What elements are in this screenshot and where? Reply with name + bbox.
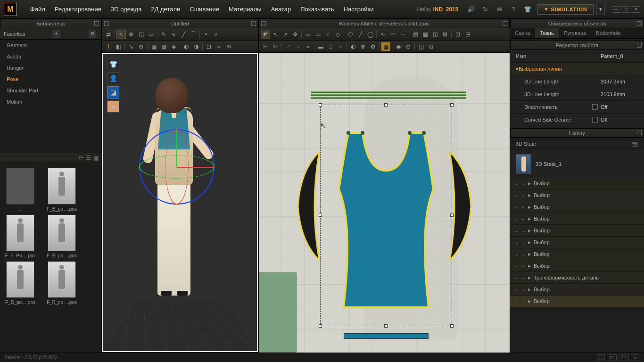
window-minimize[interactable]: — bbox=[612, 6, 620, 13]
library-thumb[interactable]: F_B_po….pos bbox=[45, 214, 78, 258]
help-icon[interactable]: ? bbox=[508, 4, 519, 15]
tool-box-icon[interactable]: ▭ bbox=[146, 30, 156, 39]
tool-line-icon[interactable]: ╱ bbox=[179, 30, 188, 39]
2d-circle-icon[interactable]: ○ bbox=[323, 30, 332, 39]
2d-button-icon[interactable]: ◉ bbox=[394, 42, 403, 51]
library-thumb[interactable]: F_B_po….pos bbox=[45, 168, 78, 212]
window-maximize[interactable]: □ bbox=[622, 6, 630, 13]
menu-avatar[interactable]: Аватар bbox=[266, 6, 296, 13]
view-mode-all[interactable]: ⛶ bbox=[596, 354, 605, 361]
2d-sewing1-icon[interactable]: ⟋ bbox=[283, 42, 293, 51]
checkbox-icon[interactable] bbox=[592, 104, 598, 110]
reset-icon[interactable]: ⟲ bbox=[224, 42, 233, 51]
2d-layer2-icon[interactable]: ▩ bbox=[421, 30, 430, 39]
library-thumb[interactable]: F_B_po….pos bbox=[45, 261, 78, 305]
view-mode-2d[interactable]: 2D bbox=[619, 354, 629, 361]
library-item-shoulder-pad[interactable]: Shoulder Pad bbox=[0, 85, 101, 96]
2d-edit-curve-icon[interactable]: ↗ bbox=[281, 30, 290, 39]
library-item-motion[interactable]: Motion bbox=[0, 96, 101, 107]
2d-buttonhole-icon[interactable]: ⊖ bbox=[404, 42, 413, 51]
history-item[interactable]: ⌄⌄▶Выбор bbox=[510, 237, 644, 248]
2d-texture-icon[interactable]: ◐ bbox=[348, 42, 358, 51]
menu-2d-details[interactable]: 2Д детали bbox=[146, 6, 185, 13]
notification-icon[interactable]: ✉ bbox=[494, 4, 505, 15]
simulation-button[interactable]: ▼SIMULATION bbox=[537, 4, 594, 15]
2d-cut-icon[interactable]: ✄ bbox=[271, 42, 280, 51]
2d-graphic-icon[interactable]: ✿ bbox=[368, 42, 378, 51]
2d-iron-icon[interactable]: ▬ bbox=[316, 42, 325, 51]
2d-ref2-icon[interactable]: ⊟ bbox=[463, 30, 472, 39]
window-close[interactable]: ✕ bbox=[632, 6, 640, 13]
tool-lasso-icon[interactable]: ◫ bbox=[136, 30, 146, 39]
2d-rectangle-icon[interactable]: ▭ bbox=[313, 30, 322, 39]
display-skin-icon[interactable]: ● bbox=[107, 100, 119, 113]
prop-name[interactable]: ИмяPattern_0 bbox=[510, 50, 644, 63]
history-item[interactable]: ⌄⌄▶Выбор bbox=[510, 260, 644, 272]
strain-icon[interactable]: ◑ bbox=[191, 42, 201, 51]
history-item[interactable]: ⌄⌄▶Выбор bbox=[510, 225, 644, 237]
menu-materials[interactable]: Материалы bbox=[224, 6, 266, 13]
list-view-icon[interactable]: ☰ bbox=[86, 155, 91, 161]
menu-3d-garment[interactable]: 3D одежда bbox=[106, 6, 146, 13]
history-item[interactable]: ⌄⌄▶Выбор bbox=[510, 284, 644, 296]
library-item-garment[interactable]: Garment bbox=[0, 40, 101, 51]
2d-fold-icon[interactable]: ⎃ bbox=[336, 42, 345, 51]
tool-pen-icon[interactable]: ✎ bbox=[159, 30, 168, 39]
2d-print-icon[interactable]: ❀ bbox=[358, 42, 368, 51]
2d-free-seam-icon[interactable]: 〰 bbox=[388, 30, 397, 39]
2d-select-icon[interactable]: ◤ bbox=[261, 30, 270, 39]
library-item-avatar[interactable]: Avatar bbox=[0, 51, 101, 62]
tool-curve-icon[interactable]: ∿ bbox=[169, 30, 178, 39]
checkbox-icon[interactable] bbox=[592, 117, 598, 123]
2d-polygon-icon[interactable]: ▱ bbox=[303, 30, 313, 39]
history-item[interactable]: ⌄⌄▶Трансформировать деталь bbox=[510, 272, 644, 284]
tool-pin-icon[interactable]: • bbox=[201, 30, 211, 39]
2d-viewport[interactable]: ↖ bbox=[259, 53, 510, 353]
arrange-point-icon[interactable]: ↘ bbox=[126, 42, 136, 51]
tool-select-icon[interactable]: ↖ bbox=[116, 30, 126, 39]
prop-section-selected-line[interactable]: Выбранная линия bbox=[510, 63, 644, 75]
2d-sewing2-icon[interactable]: ⟍ bbox=[293, 42, 303, 51]
pattern-tank-front[interactable] bbox=[334, 128, 438, 317]
prop-elasticity[interactable]: ЭластичностьOff bbox=[510, 101, 644, 114]
fit-icon[interactable]: ⊡ bbox=[204, 42, 214, 51]
3d-state-item[interactable]: 3D State_1 bbox=[510, 150, 644, 178]
tool-move-icon[interactable]: ✥ bbox=[126, 30, 136, 39]
2d-layer1-icon[interactable]: ▦ bbox=[411, 30, 420, 39]
thick-icon[interactable]: ◈ bbox=[169, 42, 178, 51]
2d-layer4-icon[interactable]: ⊞ bbox=[440, 30, 450, 39]
tab-buttonhole[interactable]: Buttonhole bbox=[591, 28, 626, 38]
prop-curved-side[interactable]: Curved Side GeomeOff bbox=[510, 114, 644, 126]
history-item[interactable]: ⌄⌄▶Выбор bbox=[510, 296, 644, 307]
2d-notch-icon[interactable]: ⊢ bbox=[398, 30, 407, 39]
2d-trace-icon[interactable]: ✂ bbox=[261, 42, 270, 51]
texture-icon[interactable]: ▦ bbox=[149, 42, 158, 51]
2d-sym1-icon[interactable]: ◫ bbox=[416, 42, 426, 51]
3d-viewport[interactable]: 👕 👤 ◪ ● bbox=[102, 53, 258, 352]
shirt-icon[interactable]: 👕 bbox=[522, 4, 533, 15]
wind-icon[interactable]: ≈ bbox=[214, 42, 223, 51]
sound-icon[interactable]: 🔊 bbox=[465, 4, 477, 15]
display-garment-icon[interactable]: 👕 bbox=[107, 58, 119, 70]
history-item[interactable]: ⌄⌄▶Выбор bbox=[510, 189, 644, 201]
seam-line-top[interactable] bbox=[311, 90, 466, 100]
simulation-dropdown[interactable]: ▾ bbox=[596, 4, 605, 15]
pattern-side-left[interactable] bbox=[296, 152, 324, 260]
pattern-side-right[interactable] bbox=[445, 152, 473, 260]
2d-seam-icon[interactable]: ∿ bbox=[378, 30, 388, 39]
2d-dart-icon[interactable]: ◇ bbox=[333, 30, 342, 39]
arrange-gizmo-icon[interactable]: ⊕ bbox=[136, 42, 146, 51]
2d-grid-icon[interactable]: ▦ bbox=[381, 42, 390, 51]
2d-internal-line-icon[interactable]: ╱ bbox=[355, 30, 365, 39]
2d-steam-icon[interactable]: ♨ bbox=[326, 42, 335, 51]
history-item[interactable]: ⌄⌄▶Выбор bbox=[510, 213, 644, 225]
view-mode-expand[interactable]: ⇲ bbox=[631, 354, 639, 361]
menu-file[interactable]: Файл bbox=[25, 6, 50, 13]
avatar-show-icon[interactable]: 🚶 bbox=[104, 42, 113, 51]
sync-icon[interactable]: ↻ bbox=[479, 4, 491, 15]
display-arrangement-icon[interactable]: ◪ bbox=[107, 86, 119, 99]
2d-layer3-icon[interactable]: ◫ bbox=[430, 30, 440, 39]
2d-sewing3-icon[interactable]: ≈ bbox=[303, 42, 313, 51]
add-favorite-button[interactable]: + bbox=[52, 30, 60, 38]
2d-internal-polygon-icon[interactable]: ⬠ bbox=[346, 30, 355, 39]
